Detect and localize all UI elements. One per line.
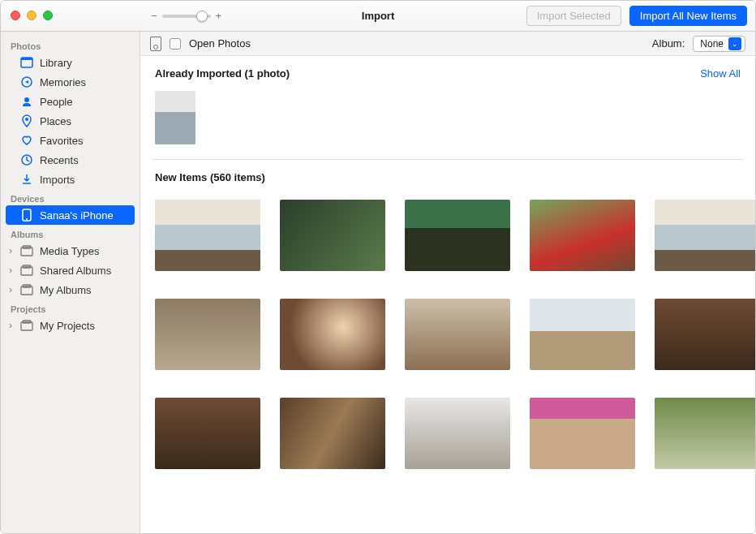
photo-thumbnail[interactable] [280,299,385,370]
album-dropdown[interactable]: None ⌄ [693,36,745,52]
already-imported-heading: Already Imported (1 photo) [155,67,290,80]
sidebar-label: Recents [40,154,79,166]
device-icon [150,37,161,51]
photo-thumbnail[interactable] [155,200,260,271]
import-options-bar: Open Photos Album: None ⌄ [140,32,755,56]
sidebar-item-media-types[interactable]: Media Types [1,241,140,261]
sidebar-label: My Albums [40,284,92,296]
thumbnail-zoom-slider[interactable]: − + [151,10,221,22]
sidebar-item-memories[interactable]: Memories [1,72,140,92]
folder-icon [20,244,33,257]
close-window-button[interactable] [11,11,20,20]
open-photos-checkbox[interactable] [170,38,181,50]
photo-thumbnail[interactable] [280,398,385,469]
folder-icon [20,319,33,332]
sidebar-label: Sanaa's iPhone [40,209,114,222]
sidebar-section-photos: Photos [1,37,140,53]
sidebar-label: Imports [40,174,75,186]
photo-thumbnail[interactable] [155,398,260,469]
sidebar-label: Favorites [40,135,83,147]
sidebar-label: Places [40,115,71,127]
already-imported-thumbnail[interactable] [155,91,195,144]
fullscreen-window-button[interactable] [43,11,53,20]
imports-icon [20,173,33,186]
photo-thumbnail[interactable] [530,299,635,370]
zoom-out-icon: − [151,10,157,22]
photo-thumbnail[interactable] [405,200,510,271]
import-content-area: Already Imported (1 photo) Show All New … [140,56,755,533]
show-all-link[interactable]: Show All [700,67,741,80]
sidebar-section-devices: Devices [1,189,140,205]
window-controls [11,11,53,20]
people-icon [20,95,33,108]
sidebar-label: Library [40,57,72,69]
svg-point-3 [24,97,29,102]
sidebar-label: Media Types [40,245,99,257]
sidebar-label: Memories [40,76,86,88]
sidebar-item-shared-albums[interactable]: Shared Albums [1,261,140,280]
sidebar-label: My Projects [40,320,95,332]
sidebar-section-albums: Albums [1,225,140,241]
sidebar-item-places[interactable]: Places [1,111,140,131]
section-divider [152,159,744,160]
photo-thumbnail[interactable] [405,398,510,469]
sidebar-label: People [40,96,72,108]
zoom-slider-knob[interactable] [196,11,208,22]
import-all-button[interactable]: Import All New Items [629,6,747,26]
open-photos-label: Open Photos [189,37,251,50]
library-icon [20,56,33,69]
photo-thumbnail[interactable] [655,299,755,370]
sidebar-item-my-projects[interactable]: My Projects [1,316,140,335]
album-label: Album: [652,37,685,50]
places-icon [20,114,33,127]
sidebar-label: Shared Albums [40,265,111,277]
sidebar-item-imports[interactable]: Imports [1,170,140,189]
zoom-in-icon: + [216,10,222,22]
new-items-grid [152,190,744,479]
favorites-icon [20,134,33,147]
svg-point-4 [25,118,28,121]
svg-rect-1 [21,58,32,60]
sidebar-item-device[interactable]: Sanaa's iPhone [6,205,135,225]
sidebar-item-library[interactable]: Library [1,53,140,72]
sidebar-section-projects: Projects [1,299,140,316]
sidebar-item-my-albums[interactable]: My Albums [1,280,140,299]
sidebar: Photos Library Memories People Places Fa… [1,32,140,533]
memories-icon [20,75,33,88]
folder-icon [20,264,33,277]
svg-point-7 [26,218,28,220]
minimize-window-button[interactable] [27,11,37,20]
photo-thumbnail[interactable] [530,398,635,469]
folder-icon [20,283,33,296]
photo-thumbnail[interactable] [655,398,755,469]
photo-thumbnail[interactable] [530,200,635,271]
sidebar-item-recents[interactable]: Recents [1,150,140,170]
new-items-heading: New Items (560 items) [155,171,265,183]
sidebar-item-people[interactable]: People [1,92,140,111]
photo-thumbnail[interactable] [655,200,755,271]
photo-thumbnail[interactable] [280,200,385,271]
iphone-icon [20,209,33,222]
titlebar: − + Import Import Selected Import All Ne… [1,1,755,32]
photo-thumbnail[interactable] [155,299,260,370]
photo-thumbnail[interactable] [405,299,510,370]
recents-icon [20,153,33,166]
sidebar-item-favorites[interactable]: Favorites [1,131,140,150]
chevron-updown-icon: ⌄ [728,37,741,50]
album-dropdown-value: None [700,38,724,50]
import-selected-button: Import Selected [526,6,621,26]
